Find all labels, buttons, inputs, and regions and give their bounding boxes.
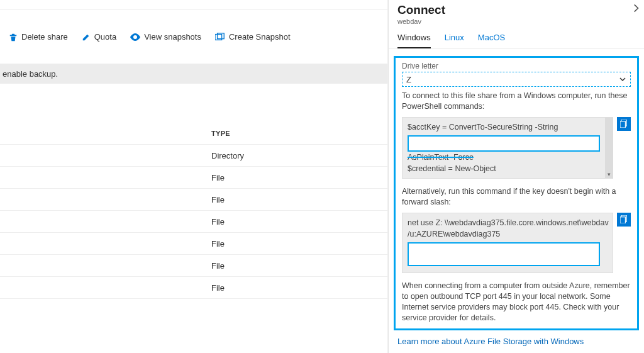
svg-rect-5 [620,217,625,223]
scrollbar[interactable] [605,118,613,178]
table-row[interactable]: File [0,233,387,255]
cell-type: File [211,283,225,293]
panel-body-highlighted: Drive letter Z To connect to this file s… [394,56,639,330]
column-header-type[interactable]: TYPE [211,130,230,137]
panel-subtitle: webdav [397,18,445,25]
tab-macos[interactable]: MacOS [478,33,505,48]
code-line: $credential = New-Object [408,163,609,174]
toolbar-label: Quota [94,32,116,42]
powershell-code-block[interactable]: $acctKey = ConvertTo-SecureString -Strin… [402,117,613,179]
redacted-secret [408,242,600,266]
tab-linux[interactable]: Linux [445,33,464,48]
cell-type: File [211,195,225,205]
instructions-2: Alternatively, run this command if the k… [402,186,631,208]
drive-letter-value: Z [406,75,411,84]
quota-button[interactable]: Quota [82,32,116,42]
table-row[interactable]: File [0,277,387,299]
copy-button[interactable] [617,117,631,131]
netuse-code-block[interactable]: net use Z: \\webdavdiag375.file.core.win… [402,213,613,273]
cell-type: File [211,261,225,271]
view-snapshots-button[interactable]: View snapshots [130,32,201,42]
scroll-down-icon[interactable]: ▾ [605,171,613,178]
eye-icon [130,33,140,42]
trash-icon [9,33,18,42]
close-icon[interactable] [633,3,639,13]
cell-type: Directory [211,151,244,160]
os-tabs: Windows Linux MacOS [389,28,644,48]
code-line: $acctKey = ConvertTo-SecureString -Strin… [408,121,609,133]
port-445-note: When connecting from a computer from out… [402,281,631,323]
instructions-1: To connect to this file share from a Win… [402,91,631,112]
table-row[interactable]: File [0,211,387,233]
pencil-icon [82,33,91,42]
cell-type: File [211,173,225,182]
panel-title: Connect [397,3,445,17]
cell-type: File [211,217,225,227]
copy-button[interactable] [617,213,631,227]
svg-rect-3 [620,121,625,128]
table-row[interactable]: File [0,189,387,211]
snapshot-icon [215,33,225,42]
drive-letter-label: Drive letter [402,62,631,70]
code-line: AsPlainText -Force [408,152,609,163]
redacted-secret [408,135,600,152]
chevron-down-icon [619,76,626,83]
learn-more-link[interactable]: Learn more about Azure File Storage with… [397,337,635,346]
toolbar-label: View snapshots [144,32,201,42]
create-snapshot-button[interactable]: Create Snapshot [215,32,291,42]
table-row[interactable]: File [0,255,387,277]
table-row[interactable]: File [0,167,387,189]
file-table: TYPE Directory File File File File File … [0,123,387,299]
drive-letter-select[interactable]: Z [402,72,631,87]
table-header-row: TYPE [0,123,387,145]
cell-type: File [211,239,225,249]
tab-windows[interactable]: Windows [397,33,431,48]
backup-banner[interactable]: enable backup. [0,64,387,84]
connect-panel: Connect webdav Windows Linux MacOS Drive… [388,0,644,353]
code-line: net use Z: \\webdavdiag375.file.core.win… [408,217,609,240]
table-row[interactable]: Directory [0,145,387,167]
main-content: Delete share Quota View snapshots Create… [0,0,388,353]
toolbar: Delete share Quota View snapshots Create… [0,10,387,64]
delete-share-button[interactable]: Delete share [9,32,68,42]
toolbar-label: Create Snapshot [229,32,291,42]
toolbar-label: Delete share [21,32,68,42]
